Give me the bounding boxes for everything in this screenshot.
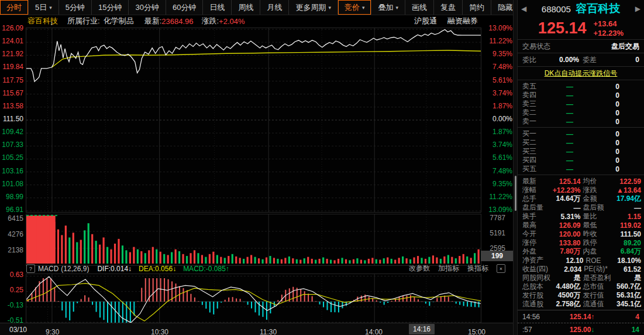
- stat-row: 最新125.14均价122.59: [518, 177, 644, 186]
- dif-value: 0.014: [111, 265, 128, 273]
- macd-pane[interactable]: [26, 274, 481, 324]
- bid-levels: 买一—0买二—0买三—0买四—0买五—0: [518, 128, 644, 175]
- price-change-pct: +12.23%: [593, 29, 624, 38]
- tab-分时[interactable]: 分时: [0, 0, 29, 15]
- tab-15分钟[interactable]: 15分钟: [92, 0, 129, 15]
- weibi-value: 0.00%: [536, 56, 583, 64]
- tool-简约[interactable]: 简约: [463, 0, 491, 15]
- stat-row: 流通股2.758亿流通值345.1亿: [518, 300, 644, 309]
- pct-tick-label: 11.22%: [483, 37, 512, 45]
- pct-tick-label: 3.74%: [483, 141, 512, 149]
- bid-level-row: 买四—0: [518, 156, 644, 165]
- help-icon[interactable]: ?: [26, 264, 35, 273]
- bid-level-price: —: [543, 148, 596, 156]
- industry-value[interactable]: 化学制品: [104, 16, 134, 26]
- switch-indicator-button[interactable]: 换指标: [467, 264, 488, 274]
- bid-level-price: —: [543, 130, 596, 138]
- stock-code: 688005: [542, 4, 571, 14]
- tick-list[interactable]: 14:56125.14↑4:57125.00↓1414:57125.14↑98: [518, 310, 644, 335]
- change-params-button[interactable]: 改参数: [409, 264, 430, 274]
- stat-value: 6.84万: [597, 247, 642, 257]
- ask-level-row: 卖一—0: [518, 117, 644, 126]
- price-tick-label: 107.33: [0, 141, 23, 149]
- bid-level-volume: 0: [596, 156, 619, 165]
- tick-direction-icon: ↓: [591, 326, 594, 334]
- ask-level-volume: 0: [596, 100, 619, 108]
- tab-更多周期[interactable]: 更多周期▾: [289, 0, 338, 15]
- stat-row: 外盘7.80万内盘6.84万: [518, 247, 644, 256]
- stat-value: ▲13.64: [597, 186, 642, 194]
- tab-60分钟[interactable]: 60分钟: [166, 0, 203, 15]
- price-tick-label: 124.01: [0, 37, 23, 45]
- bid-level-volume: 0: [596, 165, 619, 173]
- add-indicator-button[interactable]: 加指标: [438, 264, 459, 274]
- stat-value: 345.1亿: [604, 299, 642, 309]
- volume-pane[interactable]: [26, 214, 481, 266]
- volume-tick-label: 5191: [482, 230, 505, 237]
- ask-levels: 卖五—0卖四—0卖三—0卖二—0卖一—0: [518, 80, 644, 128]
- sector-chg-label: 涨跌:: [201, 16, 219, 26]
- dk-signal-link[interactable]: DK点自动提示涨跌信号: [545, 69, 618, 78]
- stat-value: 1.15: [597, 213, 642, 221]
- time-tick-label: 14:00: [365, 328, 383, 335]
- macd-tick-label: -0.13: [0, 302, 23, 309]
- resize-arrow-icon[interactable]: ↕: [50, 20, 53, 26]
- quote-header: ◀ 688005 容百科技 ▶: [518, 0, 644, 18]
- tick-time: 14:56: [522, 313, 550, 321]
- tool-叠加[interactable]: 叠加▾: [371, 0, 405, 15]
- tick-volume: 14: [614, 326, 639, 334]
- stat-row: 收益(四)2.034PE(动)*61.52: [518, 265, 644, 274]
- ask-level-volume: 0: [596, 83, 619, 91]
- tab-30分钟[interactable]: 30分钟: [129, 0, 166, 15]
- stock-name-label: 容百科技: [27, 16, 58, 26]
- tool-画线[interactable]: 画线: [405, 0, 434, 15]
- stat-value: +12.23%: [536, 186, 581, 194]
- dea-value: 0.056: [155, 265, 173, 273]
- hgt-tag[interactable]: 沪股通: [414, 16, 437, 26]
- time-tick-label: 11:30: [260, 328, 277, 335]
- pct-tick-label: 7.48%: [483, 63, 512, 71]
- tab-5日[interactable]: 5日▾: [29, 0, 59, 15]
- price-tick-label: 105.25: [0, 154, 23, 162]
- stat-label: 流通股: [522, 299, 543, 309]
- dk-signal-row: DK点自动提示涨跌信号: [518, 67, 644, 80]
- margin-tag[interactable]: 融资融券: [447, 16, 478, 26]
- stat-row: 净资产12.10ROE18.10%: [518, 256, 644, 265]
- stat-value: 2.034: [548, 265, 581, 274]
- price-chart-pane[interactable]: [26, 28, 481, 213]
- volume-tick-label: 2138: [0, 247, 23, 254]
- tab-日线[interactable]: 日线: [203, 0, 232, 15]
- caret-icon: ▾: [362, 5, 365, 11]
- stat-value: 5.31%: [536, 213, 581, 221]
- tick-price: 125.14↑: [550, 313, 614, 321]
- ask-level-row: 卖五—0: [518, 82, 644, 91]
- trade-status-label: 交易状态: [522, 42, 550, 52]
- stat-row: 总股本4.480亿总市值560.7亿: [518, 282, 644, 291]
- period-tabs: 分时5日▾5分钟15分钟30分钟60分钟日线周线月线更多周期▾: [0, 0, 338, 15]
- bid-level-row: 买二—0: [518, 138, 644, 147]
- price-tick-label: 115.67: [0, 90, 23, 97]
- price-tick-label: 101.08: [0, 180, 23, 188]
- tab-周线[interactable]: 周线: [232, 0, 260, 15]
- stat-row: 盘后量—盘后额—: [518, 203, 644, 212]
- tab-5分钟[interactable]: 5分钟: [59, 0, 92, 15]
- tab-月线[interactable]: 月线: [260, 0, 289, 15]
- sector-last-value: 23684.96: [161, 17, 193, 26]
- ask-level-price: —: [543, 83, 596, 91]
- ask-level-label: 卖一: [522, 117, 543, 127]
- prev-stock-icon[interactable]: ◀: [521, 5, 526, 13]
- tool-竞价[interactable]: 竞价▾: [338, 0, 372, 15]
- indicator-name[interactable]: MACD: [38, 265, 58, 273]
- macd-tick-label: 0.63: [0, 271, 23, 279]
- scrollbar-handle[interactable]: [515, 176, 516, 211]
- price-tick-label: 111.50: [0, 115, 23, 123]
- ask-level-price: —: [543, 118, 596, 126]
- stat-value: —: [604, 204, 642, 212]
- tool-复盘[interactable]: 复盘: [434, 0, 463, 15]
- ask-level-price: —: [543, 100, 596, 108]
- close-indicator-icon[interactable]: ×: [497, 264, 505, 273]
- macd-arrow-icon: ↑: [226, 265, 229, 273]
- next-stock-icon[interactable]: ▶: [635, 5, 640, 13]
- panel-scrollbar[interactable]: [513, 0, 518, 335]
- stat-value: 125.14: [536, 177, 581, 186]
